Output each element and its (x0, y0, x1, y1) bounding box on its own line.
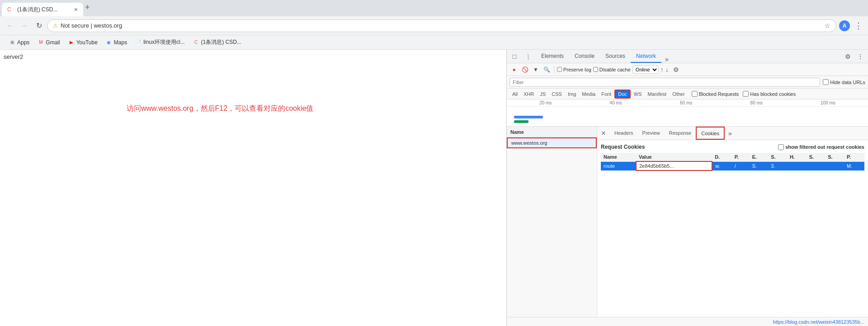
type-other-button[interactable]: Other (670, 90, 688, 98)
profile-button[interactable]: A (838, 19, 851, 32)
type-ws-button[interactable]: WS (631, 90, 645, 98)
cookie-name: route (601, 161, 636, 170)
import-har-button[interactable]: ↑ (660, 66, 664, 73)
type-doc-button[interactable]: Doc (614, 90, 631, 99)
type-js-button[interactable]: JS (537, 90, 548, 98)
throttle-select[interactable]: Online (632, 66, 659, 74)
network-settings-button[interactable]: ⚙ (670, 64, 682, 76)
tab-favicon: C (7, 6, 14, 13)
forward-button[interactable]: → (18, 19, 31, 32)
filter-row: Hide data URLs (507, 76, 868, 89)
back-button[interactable]: ← (4, 19, 16, 32)
devtools-inspect-button[interactable]: □ (509, 51, 520, 62)
devtools-device-button[interactable]: ⎱ (522, 51, 534, 62)
detail-more-tabs[interactable]: » (725, 130, 736, 137)
col-expires: E. (750, 153, 769, 161)
tab-close-button[interactable]: × (74, 6, 78, 13)
graph-bar-blue (514, 116, 543, 118)
type-manifest-button[interactable]: Manifest (645, 90, 670, 98)
bookmark-apps[interactable]: ⊞ Apps (5, 38, 33, 47)
hide-data-urls-checkbox[interactable]: Hide data URLs (823, 79, 865, 85)
col-priority: P. (844, 153, 864, 161)
devtools-more-tabs[interactable]: » (661, 56, 672, 63)
bookmark-csdn[interactable]: C (1条消息) CSD... (189, 37, 245, 48)
tab-console[interactable]: Console (569, 50, 600, 63)
devtools-more-options-button[interactable]: ⋮ (854, 51, 866, 62)
bookmark-apps-label: Apps (17, 39, 29, 46)
youtube-favicon-icon: ▶ (68, 39, 75, 46)
bookmark-maps[interactable]: ◉ Maps (102, 38, 131, 47)
timeline-label-3: 60 ms (680, 100, 692, 105)
clear-button[interactable]: 🚫 (520, 65, 529, 74)
preserve-log-input[interactable] (557, 67, 562, 72)
browser-menu-button[interactable]: ⋮ (853, 19, 864, 33)
filter-toggle-button[interactable]: ▼ (531, 65, 540, 74)
devtools-topbar: □ ⎱ Elements Console Sources Network (507, 50, 868, 63)
export-har-button[interactable]: ↓ (665, 66, 669, 73)
preserve-log-checkbox[interactable]: Preserve log (557, 67, 591, 72)
show-filtered-input[interactable] (778, 144, 784, 150)
filter-input[interactable] (509, 78, 820, 87)
detail-tab-response[interactable]: Response (665, 127, 696, 140)
record-button[interactable]: ● (509, 65, 519, 74)
tab-sources[interactable]: Sources (600, 50, 631, 63)
cookie-expires: S. (750, 161, 769, 170)
col-samesite: S. (825, 153, 844, 161)
request-item-westos[interactable]: www.westos.org (507, 137, 597, 148)
gmail-favicon-icon: M (38, 39, 44, 46)
type-all-button[interactable]: All (509, 90, 520, 98)
col-domain: D. (712, 153, 732, 161)
page-content: server2 访问www.westos.org，然后F12，可以查看对应的co… (0, 50, 506, 326)
bookmark-star-icon[interactable]: ☆ (825, 22, 830, 29)
blocked-requests-input[interactable] (692, 91, 698, 97)
new-tab-button[interactable]: + (85, 3, 90, 12)
graph-canvas (507, 107, 868, 126)
active-tab[interactable]: C (1条消息) CSD... × (2, 3, 83, 16)
cookie-section: Request Cookies show filtered out reques… (597, 140, 868, 175)
disable-cache-checkbox[interactable]: Disable cache (593, 67, 631, 72)
timeline-label-2: 40 ms (610, 100, 622, 105)
search-network-button[interactable]: 🔍 (542, 65, 551, 74)
request-list: Name www.westos.org (507, 127, 597, 317)
bookmark-gmail[interactable]: M Gmail (34, 38, 63, 47)
detail-tab-headers[interactable]: Headers (610, 127, 638, 140)
devtools-settings-button[interactable]: ⚙ (842, 51, 854, 62)
bookmark-maps-label: Maps (114, 39, 127, 46)
tab-elements[interactable]: Elements (536, 50, 569, 63)
cookie-samesite (825, 161, 844, 170)
devtools-control-icons: □ ⎱ (507, 51, 536, 62)
detail-tab-preview[interactable]: Preview (638, 127, 665, 140)
network-content: Name www.westos.org × Headers (507, 127, 868, 317)
has-blocked-cookies-input[interactable] (743, 91, 749, 97)
col-name: Name (601, 153, 636, 161)
detail-tab-cookies[interactable]: Cookies (696, 127, 725, 140)
hide-data-urls-input[interactable] (823, 79, 829, 85)
tab-network[interactable]: Network (631, 50, 661, 63)
disable-cache-input[interactable] (593, 67, 598, 72)
type-font-button[interactable]: Font (599, 90, 614, 98)
detail-close-button[interactable]: × (597, 127, 610, 140)
request-cookies-title: Request Cookies show filtered out reques… (601, 144, 864, 150)
cookie-domain: w. (712, 161, 732, 170)
col-size: S. (768, 153, 787, 161)
type-xhr-button[interactable]: XHR (521, 90, 537, 98)
col-path: P. (732, 153, 750, 161)
type-css-button[interactable]: CSS (549, 90, 565, 98)
bookmark-linux[interactable]: 📄 linux环境使用cl... (132, 37, 188, 48)
tab-bar: C (1条消息) CSD... × + (0, 0, 868, 16)
address-bar[interactable]: ⚠ Not secure | westos.org ☆ (47, 19, 836, 32)
type-media-button[interactable]: Media (579, 90, 598, 98)
cookie-row[interactable]: route 2e84d5b65b5... w. / S. 3. M. (601, 161, 864, 170)
cookie-path: / (732, 161, 750, 170)
show-filtered-checkbox[interactable]: show filtered out request cookies (778, 144, 864, 150)
linux-favicon-icon: 📄 (135, 39, 142, 46)
type-img-button[interactable]: Img (565, 90, 579, 98)
server-label: server2 (4, 53, 23, 60)
network-toolbar: ● 🚫 ▼ 🔍 Preserve log Disable cache Onlin… (507, 63, 868, 76)
reload-button[interactable]: ↻ (33, 19, 45, 32)
bookmark-gmail-label: Gmail (46, 39, 60, 46)
cookie-secure (807, 161, 826, 170)
has-blocked-cookies-checkbox[interactable]: Has blocked cookies (743, 91, 796, 97)
bookmark-youtube[interactable]: ▶ YouTube (65, 38, 101, 47)
blocked-requests-checkbox[interactable]: Blocked Requests (692, 91, 739, 97)
